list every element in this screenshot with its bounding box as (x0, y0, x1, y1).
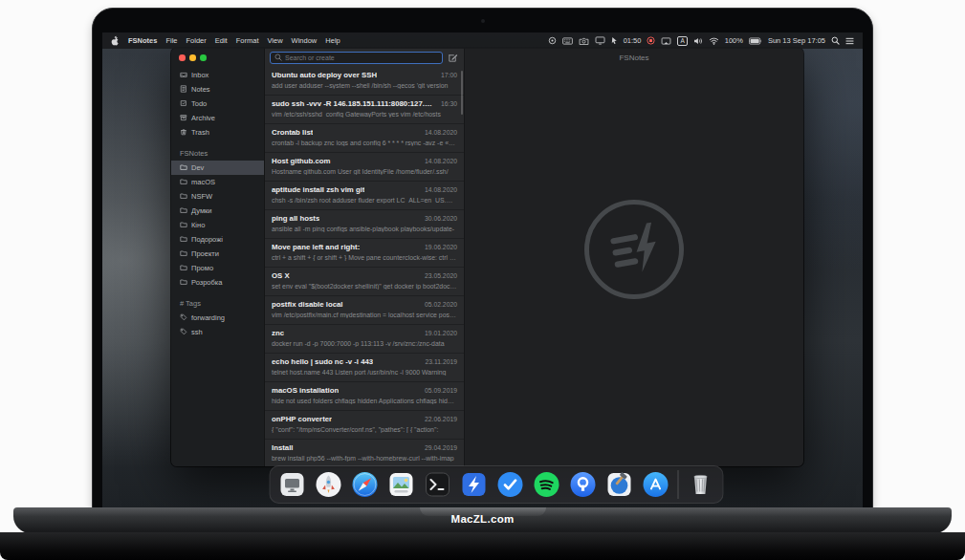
note-snippet: chsh -s /bin/zsh root adduser fluder exp… (272, 197, 457, 204)
menu-edit[interactable]: Edit (215, 36, 228, 45)
menu-help[interactable]: Help (325, 36, 340, 45)
sidebar-tag-ssh[interactable]: ssh (171, 325, 264, 339)
volume-icon[interactable] (693, 37, 703, 45)
note-row[interactable]: echo hello | sudo nc -v -l 44323.11.2019… (265, 354, 464, 382)
sidebar-folder-promo[interactable]: Промо (171, 261, 264, 275)
dock-terminal-icon[interactable] (423, 470, 451, 499)
search-field[interactable] (270, 52, 443, 64)
note-row[interactable]: macOS installation05.09.2019 hide not us… (265, 382, 464, 411)
note-date: 14.08.2020 (425, 158, 457, 164)
fsnotes-window: Inbox Notes Todo Archive (171, 48, 803, 466)
sidebar-folder-nsfw[interactable]: NSFW (171, 189, 264, 204)
menu-list-icon[interactable] (845, 37, 854, 45)
note-title: Ubuntu auto deploy over SSH (272, 71, 377, 79)
keyboard-icon[interactable] (562, 37, 573, 45)
camera-icon[interactable] (579, 37, 589, 45)
note-snippet: ansible all -m ping configs ansible-play… (272, 226, 457, 232)
sidebar-item-notes[interactable]: Notes (171, 82, 264, 97)
dock-preview-icon[interactable] (386, 470, 415, 499)
note-snippet: docker run -d -p 7000:7000 -p 113:113 -v… (272, 340, 457, 347)
note-title: postfix disable local (272, 300, 343, 309)
wifi-icon[interactable] (709, 37, 719, 45)
sidebar-folder-kino[interactable]: Кіно (171, 218, 264, 232)
pointer-icon[interactable] (611, 36, 618, 45)
sidebar-folder-rozrobka[interactable]: Розробка (171, 275, 264, 290)
menu-app-name[interactable]: FSNotes (128, 36, 157, 45)
sidebar-folder-macos[interactable]: macOS (171, 175, 264, 189)
dock-launchpad-icon[interactable] (314, 470, 342, 499)
menu-file[interactable]: File (165, 36, 177, 45)
menu-format[interactable]: Format (236, 36, 259, 45)
display-icon[interactable] (595, 36, 605, 45)
battery-icon[interactable] (749, 37, 762, 45)
dock-things-icon[interactable] (495, 470, 524, 499)
dock-xcode-icon[interactable] (604, 470, 633, 499)
note-row[interactable]: Crontab list14.08.2020 crontab -l backup… (265, 124, 464, 153)
zoom-button[interactable] (200, 54, 207, 61)
sidebar-folder-label: Промо (191, 264, 213, 272)
apple-logo-icon[interactable] (111, 35, 120, 46)
dock-blue-bolt-app-icon[interactable] (459, 470, 488, 499)
search-input[interactable] (285, 54, 438, 61)
note-row[interactable]: Host github.com14.08.2020 Hostname githu… (265, 153, 464, 182)
note-row[interactable]: Move pane left and right:19.06.2020 ctrl… (265, 239, 464, 268)
sidebar-tag-forwarding[interactable]: forwarding (171, 311, 264, 325)
dock-safari-icon[interactable] (350, 470, 379, 499)
sidebar-folder-dev[interactable]: Dev (171, 161, 264, 175)
minimize-button[interactable] (189, 54, 196, 61)
menu-view[interactable]: View (267, 36, 282, 45)
notes-list-pane: Ubuntu auto deploy over SSH17:00 add use… (264, 48, 465, 466)
sidebar-item-inbox[interactable]: Inbox (171, 68, 264, 82)
menu-clock[interactable]: Sun 13 Sep 17:05 (768, 36, 825, 45)
note-row[interactable]: sudo ssh -vvv -R 146.185.151.111:8080:12… (265, 96, 464, 124)
recording-timer[interactable]: 01:50 (624, 36, 642, 45)
menu-window[interactable]: Window (292, 36, 318, 45)
note-row[interactable]: OS X23.05.2020 set env eval "$(boot2dock… (265, 268, 464, 296)
sidebar-item-archive[interactable]: Archive (171, 111, 264, 125)
note-row[interactable]: znc19.01.2020 docker run -d -p 7000:7000… (265, 325, 464, 354)
dock-1password-icon[interactable] (568, 470, 597, 499)
menu-bar: FSNotes File Folder Edit Format View Win… (102, 32, 863, 49)
screen-mirroring-icon[interactable] (661, 37, 671, 45)
privacy-indicator-icon[interactable] (548, 36, 557, 45)
editor-pane[interactable]: FSNotes (465, 48, 803, 466)
tag-icon (180, 313, 187, 321)
note-row[interactable]: postfix disable local05.02.2020 vim /etc… (265, 296, 464, 325)
sidebar-tag-label: forwarding (191, 313, 225, 322)
sidebar-folder-proekty[interactable]: Проекти (171, 247, 264, 261)
note-row[interactable]: onPHP converter22.06.2019 { "conf": "/tm… (265, 411, 464, 440)
dock-trash-icon[interactable] (686, 470, 714, 499)
window-title: FSNotes (465, 54, 803, 62)
note-snippet: ctrl + a shift + { or shift + } Move pan… (272, 254, 457, 261)
dock-spotify-icon[interactable] (532, 470, 560, 499)
list-scrollbar[interactable] (461, 71, 463, 115)
input-source-icon[interactable]: A (677, 36, 687, 46)
spotlight-search-icon[interactable] (831, 36, 840, 45)
dock-system-display-icon[interactable] (277, 470, 306, 499)
menu-folder[interactable]: Folder (186, 36, 207, 45)
sidebar-folder-podorozhi[interactable]: Подорожі (171, 232, 264, 247)
note-title: Move pane left and right: (272, 243, 360, 251)
note-row[interactable]: Ubuntu auto deploy over SSH17:00 add use… (265, 67, 464, 96)
note-title: znc (272, 329, 284, 337)
note-row[interactable]: ping all hosts30.06.2020 ansible all -m … (265, 210, 464, 239)
note-snippet: telnet host.name 443 Listen port /usr/bi… (272, 369, 457, 376)
sidebar: Inbox Notes Todo Archive (171, 48, 264, 466)
sidebar-item-label: Archive (191, 114, 215, 122)
sidebar-tag-list: forwarding ssh (171, 311, 264, 339)
note-date: 17:00 (441, 72, 457, 78)
stop-recording-icon[interactable] (647, 36, 655, 45)
sidebar-item-label: Todo (191, 99, 207, 108)
sidebar-item-todo[interactable]: Todo (171, 97, 264, 111)
sidebar-folder-dumky[interactable]: Думки (171, 204, 264, 218)
new-note-button[interactable] (447, 52, 459, 64)
dock-app-store-icon[interactable] (641, 470, 669, 499)
sidebar-folder-label: Проекти (191, 249, 219, 258)
note-title: OS X (272, 271, 290, 280)
battery-percent[interactable]: 100% (725, 36, 743, 45)
note-row[interactable]: aptitude install zsh vim git14.08.2020 c… (265, 182, 464, 210)
note-date: 14.08.2020 (425, 186, 457, 193)
sidebar-item-trash[interactable]: Trash (171, 125, 264, 140)
note-row[interactable]: Install29.04.2019 brew install php56 --w… (265, 440, 464, 466)
close-button[interactable] (179, 54, 186, 61)
